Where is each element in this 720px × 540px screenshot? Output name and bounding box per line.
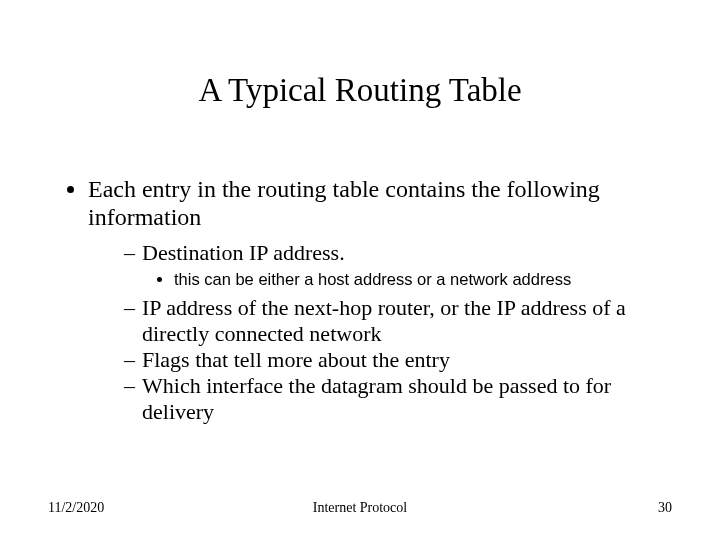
list-item: Flags that tell more about the entry <box>124 347 670 373</box>
list-item: this can be either a host address or a n… <box>174 270 670 289</box>
bullet-text: this can be either a host address or a n… <box>174 270 571 288</box>
sub-sub-bullet-list: this can be either a host address or a n… <box>142 270 670 289</box>
bullet-text: Destination IP address. <box>142 240 345 265</box>
sub-bullet-list: Destination IP address. this can be eith… <box>88 240 670 425</box>
slide-title: A Typical Routing Table <box>0 72 720 109</box>
list-item: Which interface the datagram should be p… <box>124 373 670 425</box>
slide: A Typical Routing Table Each entry in th… <box>0 0 720 540</box>
footer-subject: Internet Protocol <box>48 500 672 516</box>
bullet-list: Each entry in the routing table contains… <box>60 175 670 425</box>
bullet-text: Each entry in the routing table contains… <box>88 176 600 230</box>
footer-page-number: 30 <box>658 500 672 516</box>
bullet-text: Flags that tell more about the entry <box>142 347 450 372</box>
list-item: Each entry in the routing table contains… <box>88 175 670 425</box>
bullet-text: Which interface the datagram should be p… <box>142 373 611 424</box>
list-item: IP address of the next-hop router, or th… <box>124 295 670 347</box>
bullet-text: IP address of the next-hop router, or th… <box>142 295 626 346</box>
slide-body: Each entry in the routing table contains… <box>60 175 670 425</box>
list-item: Destination IP address. this can be eith… <box>124 240 670 289</box>
